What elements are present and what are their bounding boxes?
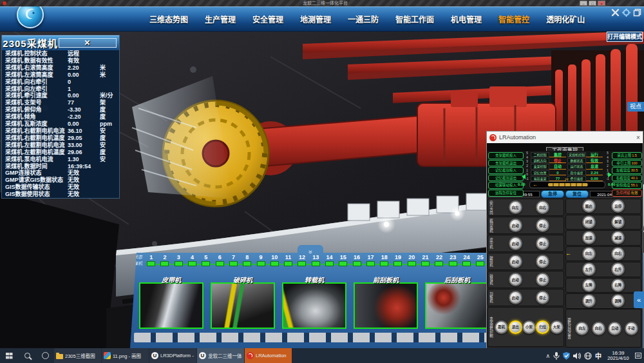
large-step-button[interactable]: 大架 — [550, 320, 564, 334]
support-status-cell[interactable]: 21 — [419, 254, 432, 266]
camera-thumbnail[interactable] — [425, 282, 489, 329]
restore-window-icon[interactable] — [633, 8, 641, 17]
camera-thumbnail[interactable] — [282, 282, 346, 329]
nav-item[interactable]: 透明化矿山 — [546, 14, 585, 25]
reset-button[interactable]: 复位 — [565, 190, 589, 198]
home-button[interactable]: 归位 — [536, 320, 549, 334]
limit-button[interactable]: 牵引上限100 — [612, 160, 642, 167]
maximize-button[interactable]: □ — [589, 1, 596, 6]
device-button[interactable]: 向左 — [509, 201, 522, 214]
device-button[interactable]: 停止 — [536, 291, 549, 304]
support-status-cell[interactable]: 14 — [323, 254, 336, 266]
camera-thumbnail[interactable] — [211, 282, 275, 329]
device-button[interactable]: 启动 — [509, 219, 522, 232]
manual-button[interactable]: 手动 — [625, 322, 638, 335]
support-status-cell[interactable]: 7 — [227, 254, 240, 266]
support-status-cell[interactable]: 3 — [172, 254, 185, 266]
device-button[interactable]: 顺启 — [582, 199, 596, 213]
nav-item[interactable]: 一通三防 — [348, 14, 379, 25]
support-status-cell[interactable]: 22 — [432, 254, 446, 266]
follow-button[interactable]: 跟机 — [495, 320, 508, 334]
camera-feed[interactable]: 皮带机 — [139, 275, 204, 329]
panel-collapse-button[interactable]: « — [634, 291, 644, 308]
device-button[interactable]: 启动 — [509, 273, 522, 286]
mode-button[interactable]: 记忆截割退出 — [488, 175, 524, 182]
support-status-cell[interactable]: 5 — [199, 254, 213, 266]
support-status-cell[interactable]: 25 — [473, 254, 487, 266]
estop-button[interactable]: 急停 — [541, 190, 564, 198]
taskbar-item[interactable]: 11.png - 画图 — [102, 348, 149, 363]
limit-button[interactable]: 左截温度30.5 — [612, 167, 642, 174]
support-status-cell[interactable]: 23 — [446, 254, 460, 266]
right-button[interactable]: 向右 — [592, 322, 605, 335]
support-status-cell[interactable]: 6 — [213, 254, 226, 266]
support-status-cell[interactable]: 13 — [309, 254, 323, 266]
nav-item[interactable]: 安全管理 — [252, 14, 283, 25]
device-button[interactable]: 向左 — [582, 247, 596, 260]
device-button[interactable]: 左升 — [582, 262, 596, 276]
mode-button[interactable]: 记忆截割投入 — [488, 167, 524, 174]
camera-feed[interactable]: 后刮板机 — [425, 275, 489, 329]
device-button[interactable]: 总停 — [611, 199, 625, 213]
limit-button[interactable]: 采高上限1.5 — [612, 152, 642, 159]
tools-icon[interactable] — [611, 8, 620, 17]
support-status-cell[interactable]: 19 — [391, 254, 404, 266]
exit-button[interactable]: 退出 — [509, 320, 522, 334]
device-button[interactable]: 启动 — [509, 237, 522, 250]
support-status-cell[interactable]: 24 — [460, 254, 473, 266]
support-status-cell[interactable]: 17 — [364, 254, 377, 266]
support-status-cell[interactable]: 4 — [185, 254, 199, 266]
microphone-icon[interactable] — [553, 352, 560, 360]
device-button[interactable]: 调降 — [611, 294, 625, 308]
start-button[interactable] — [0, 348, 18, 363]
device-button[interactable]: 向右 — [611, 247, 625, 260]
taskbar-item[interactable]: 2305三维截图 — [54, 348, 101, 363]
device-button[interactable]: 停止 — [536, 255, 549, 268]
close-icon[interactable]: × — [634, 134, 643, 141]
device-button[interactable]: 停止 — [536, 237, 549, 250]
support-status-cell[interactable]: 11 — [281, 254, 295, 266]
search-button[interactable] — [18, 348, 36, 363]
device-button[interactable]: 加速 — [582, 231, 596, 244]
support-status-cell[interactable]: 18 — [377, 254, 391, 266]
action-center-icon[interactable] — [635, 353, 641, 358]
device-button[interactable]: 右降 — [611, 279, 625, 292]
device-button[interactable]: 停止 — [536, 219, 549, 232]
taskbar-item[interactable]: 龙软二三维一体化... — [197, 348, 244, 363]
nav-item[interactable]: 智能工作面 — [395, 14, 434, 25]
device-button[interactable]: 启动 — [509, 291, 522, 304]
close-button[interactable]: × — [598, 1, 605, 6]
device-button[interactable]: 向右 — [536, 201, 549, 214]
taskbar-item[interactable]: LR3DPlatform - U... — [149, 348, 196, 363]
support-status-cell[interactable]: 12 — [295, 254, 308, 266]
hidden-icons-chevron[interactable]: ∧ — [545, 353, 550, 359]
support-status-cell[interactable]: 9 — [254, 254, 267, 266]
mode-button[interactable]: 支架跟机投入 — [488, 152, 524, 159]
network-icon[interactable] — [584, 352, 592, 360]
close-icon[interactable]: × — [59, 38, 117, 48]
camera-bar-collapse-tab[interactable]: « — [298, 245, 323, 253]
volume-icon[interactable] — [573, 352, 581, 360]
nav-item[interactable]: 生产管理 — [205, 14, 236, 25]
nav-item[interactable]: 三维态势图 — [149, 14, 188, 25]
limit-button[interactable]: 俯仰角度55.1 — [612, 182, 642, 189]
support-status-cell[interactable]: 10 — [268, 254, 281, 266]
settings-gear-icon[interactable] — [622, 8, 630, 17]
camera-feed[interactable]: 转载机 — [282, 275, 346, 329]
support-status-cell[interactable]: 20 — [405, 254, 419, 266]
support-status-cell[interactable]: 16 — [350, 254, 363, 266]
security-shield-icon[interactable] — [563, 352, 570, 360]
support-status-cell[interactable]: 8 — [240, 254, 254, 266]
camera-feed[interactable]: 前刮板机 — [354, 275, 418, 329]
left-button[interactable]: 向左 — [575, 322, 589, 335]
camera-thumbnail[interactable] — [354, 282, 418, 329]
auto-button[interactable]: 自动 — [608, 322, 621, 335]
clock[interactable]: 16:39 2021/4/10 — [605, 351, 632, 361]
nav-item[interactable]: 地测管理 — [300, 14, 331, 25]
device-button[interactable]: 减速 — [611, 231, 625, 244]
mode-button[interactable]: 远程急停复位 — [488, 190, 524, 197]
support-status-cell[interactable]: 2 — [158, 254, 171, 266]
device-button[interactable]: 右升 — [611, 262, 625, 276]
support-status-cell[interactable]: 15 — [336, 254, 350, 266]
support-status-cell[interactable]: 1 — [144, 254, 158, 266]
